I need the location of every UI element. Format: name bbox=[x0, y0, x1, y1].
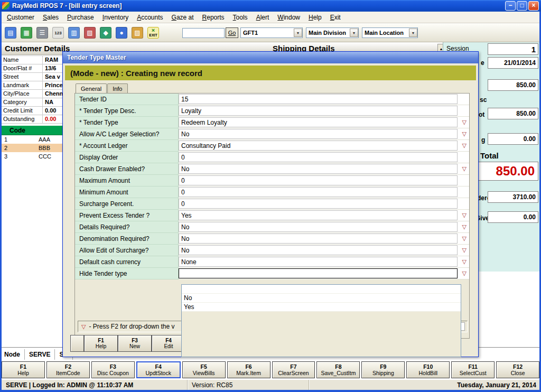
dropdown-arrow-icon[interactable]: ▽ bbox=[462, 140, 467, 151]
dialog-button[interactable]: F4 Edit bbox=[152, 335, 185, 352]
field-value-input[interactable]: 15 bbox=[179, 94, 458, 104]
menu-item[interactable]: Gaze at bbox=[167, 12, 198, 23]
menu-item[interactable]: Tools bbox=[229, 12, 252, 23]
menu-item[interactable]: Alert bbox=[252, 12, 274, 23]
dropdown-arrow-icon[interactable]: ▽ bbox=[462, 268, 467, 279]
ordered-value: 3710.00 bbox=[488, 191, 538, 203]
field-value-input[interactable]: Loyalty bbox=[179, 106, 458, 116]
form-field-row: Surcharge Percent. 0 ▽ bbox=[75, 198, 469, 210]
dropdown-arrow-icon[interactable]: ▽ bbox=[462, 128, 467, 139]
close-button[interactable]: × bbox=[528, 1, 539, 11]
dropdown-arrow-icon[interactable]: ▽ bbox=[462, 210, 467, 221]
field-value-zone: No ▽ bbox=[179, 163, 469, 175]
function-key-label: SelectCust bbox=[460, 370, 487, 376]
menu-item[interactable]: Accounts bbox=[133, 12, 167, 23]
function-key-label: Mark.Item bbox=[236, 370, 261, 376]
field-value-input[interactable]: No bbox=[179, 222, 458, 232]
function-key-button[interactable]: F8 Save_CustItm bbox=[316, 361, 360, 378]
dropdown-option[interactable] bbox=[182, 285, 461, 294]
function-key-button[interactable]: F6 Mark.Item bbox=[227, 361, 270, 378]
field-value-input[interactable]: Consultancy Paid bbox=[179, 141, 458, 151]
form-field-row: Details Required? No ▽ bbox=[75, 221, 469, 233]
menu-item[interactable]: Window bbox=[273, 12, 304, 23]
maximize-button[interactable]: □ bbox=[517, 1, 527, 11]
function-key-button[interactable]: F7 ClearScreen bbox=[272, 361, 315, 378]
field-value-input[interactable] bbox=[179, 268, 458, 278]
form-field-row: * Tender Type Desc. Loyalty ▽ bbox=[75, 105, 469, 117]
barcode-icon[interactable]: 123 bbox=[50, 25, 66, 41]
node-bar-item: SERVE bbox=[25, 349, 55, 360]
field-label: Display Order bbox=[75, 152, 179, 163]
chevron-down-icon[interactable]: ▼ bbox=[350, 29, 358, 37]
field-value-input[interactable]: No bbox=[179, 234, 458, 244]
field-value-input[interactable]: No bbox=[179, 164, 458, 174]
app-icon bbox=[2, 2, 10, 10]
function-key-button[interactable]: F12 Close bbox=[496, 361, 539, 378]
bill-icon[interactable]: ▤ bbox=[3, 25, 18, 41]
title-bar: RayMedi RPOS 7 - [bill entry screen] − □… bbox=[0, 0, 541, 12]
function-key-button[interactable]: F3 Disc Coupon bbox=[91, 361, 135, 378]
dialog-tab[interactable]: General bbox=[76, 83, 107, 94]
function-key-button[interactable]: F5 ViewBills bbox=[182, 361, 226, 378]
field-value-input[interactable]: None bbox=[179, 257, 458, 267]
web-icon[interactable]: ● bbox=[114, 25, 129, 41]
customer-field-label: Credit Limit bbox=[2, 107, 43, 115]
function-key-button[interactable]: F10 HoldBill bbox=[406, 361, 450, 378]
return-cart-icon[interactable]: ▧ bbox=[82, 25, 98, 41]
menu-item[interactable]: Customer bbox=[3, 12, 39, 23]
menu-item[interactable]: Reports bbox=[198, 12, 229, 23]
menu-item[interactable]: Sales bbox=[39, 12, 63, 23]
dropdown-arrow-icon[interactable]: ▽ bbox=[462, 256, 467, 267]
menu-item[interactable]: Inventory bbox=[98, 12, 133, 23]
function-key-code: F10 bbox=[423, 363, 433, 370]
field-value-input[interactable]: 0 bbox=[179, 199, 458, 209]
field-value-input[interactable]: 0 bbox=[179, 187, 458, 197]
function-key-button[interactable]: F11 SelectCust bbox=[451, 361, 495, 378]
hold-cart-icon[interactable]: ▥ bbox=[66, 25, 82, 41]
field-value-input[interactable]: 0 bbox=[179, 152, 458, 162]
chevron-down-icon[interactable]: ▼ bbox=[294, 29, 302, 37]
field-value-input[interactable]: Redeem Loyalty bbox=[179, 117, 458, 127]
dropdown-arrow-icon[interactable]: ▽ bbox=[462, 117, 467, 128]
function-key-code: F5 bbox=[201, 363, 207, 370]
store-combo[interactable]: GFT1▼ bbox=[240, 27, 303, 38]
field-value-input[interactable]: No bbox=[179, 245, 458, 255]
dialog-button[interactable]: F3 New bbox=[118, 335, 152, 352]
stock-icon[interactable]: ◆ bbox=[98, 25, 114, 41]
dialog-button[interactable]: F1 Help bbox=[84, 335, 118, 352]
field-label: * Tender Type Desc. bbox=[75, 105, 179, 117]
window-border-bottom bbox=[0, 390, 541, 392]
chevron-down-icon[interactable]: ▼ bbox=[409, 29, 417, 37]
field-label: Denomination Required? bbox=[75, 233, 179, 245]
date-label-fragment: e bbox=[481, 59, 484, 67]
docs-icon[interactable]: ▨ bbox=[129, 25, 145, 41]
field-value-input[interactable]: No bbox=[179, 129, 458, 139]
exit-icon[interactable]: ×EXIT bbox=[145, 25, 161, 41]
dialog-tab[interactable]: Info bbox=[107, 83, 127, 93]
function-key-button[interactable]: F9 Shipping bbox=[361, 361, 405, 378]
dialog-button[interactable] bbox=[70, 335, 84, 352]
menu-item[interactable]: Exit bbox=[326, 12, 345, 23]
go-button[interactable]: Go bbox=[226, 27, 238, 38]
quick-search-input[interactable] bbox=[182, 28, 225, 38]
function-key-button[interactable]: F2 ItemCode bbox=[46, 361, 90, 378]
location-combo[interactable]: Main Location▼ bbox=[362, 27, 418, 38]
print-icon[interactable]: ☰ bbox=[34, 25, 50, 41]
dropdown-arrow-icon[interactable]: ▽ bbox=[462, 163, 467, 174]
dropdown-arrow-icon[interactable]: ▽ bbox=[462, 233, 467, 244]
form-field-row: * Tender Type Redeem Loyalty ▽ bbox=[75, 117, 469, 128]
dropdown-option[interactable]: No bbox=[182, 294, 461, 303]
function-key-button[interactable]: F1 Help bbox=[2, 361, 45, 378]
dropdown-arrow-icon[interactable]: ▽ bbox=[462, 245, 467, 256]
item-cart-icon[interactable]: ▦ bbox=[18, 25, 34, 41]
menu-item[interactable]: Purchase bbox=[63, 12, 98, 23]
minimize-button[interactable]: − bbox=[505, 1, 516, 11]
field-value-input[interactable]: Yes bbox=[179, 210, 458, 220]
field-value-input[interactable]: 0 bbox=[179, 175, 458, 185]
note-text: - Press F2 for drop-down the v bbox=[89, 323, 174, 330]
function-key-button[interactable]: F4 UpdtStock bbox=[136, 361, 181, 378]
menu-item[interactable]: Help bbox=[304, 12, 326, 23]
division-combo[interactable]: Main Division▼ bbox=[306, 27, 359, 38]
dropdown-arrow-icon[interactable]: ▽ bbox=[462, 221, 467, 232]
dropdown-option[interactable]: Yes bbox=[182, 303, 461, 312]
